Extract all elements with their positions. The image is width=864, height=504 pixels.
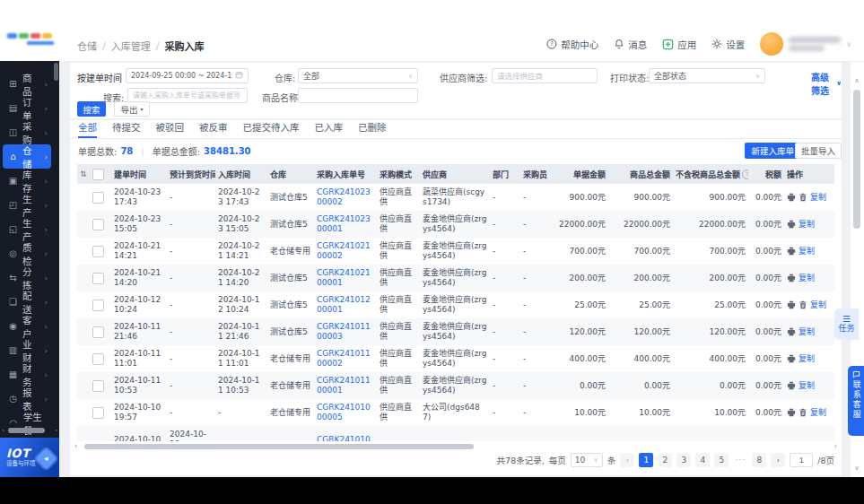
apps-button[interactable]: 应用 [662, 38, 696, 51]
column-settings-icon[interactable]: ⇅ [77, 164, 90, 184]
user-account-button[interactable]: ∨ [760, 32, 851, 56]
task-widget[interactable]: ☰ 任务 [834, 308, 859, 340]
page-button-8[interactable]: 8 [752, 453, 766, 467]
copy-link[interactable]: 复制 [799, 381, 815, 391]
time-type-select[interactable]: 按建单时间 ∨ [77, 71, 133, 84]
row-checkbox[interactable] [92, 407, 104, 419]
sidebar-item-10[interactable]: ◉客户› [3, 314, 51, 338]
copy-link[interactable]: 复制 [810, 300, 826, 310]
printer-icon[interactable] [787, 274, 796, 282]
print-status-select[interactable]: 全部状态 ∨ [649, 68, 765, 83]
row-checkbox[interactable] [92, 380, 104, 392]
page-button-1[interactable]: 1 [639, 453, 653, 467]
sidebar-item-4[interactable]: ▣库存› [3, 169, 51, 193]
page-button-3[interactable]: 3 [676, 453, 691, 467]
page-button-4[interactable]: 4 [695, 453, 710, 467]
scroll-left-icon[interactable]: ‹ [2, 427, 4, 434]
copy-link[interactable]: 复制 [799, 220, 815, 230]
row-checkbox[interactable] [92, 273, 104, 284]
sidebar-item-7[interactable]: ◎质检› [3, 241, 51, 265]
copy-link[interactable]: 复制 [799, 274, 815, 283]
delete-icon[interactable] [799, 300, 807, 309]
printer-icon[interactable] [787, 300, 796, 309]
page-jump-input[interactable] [790, 453, 813, 467]
copy-link[interactable]: 复制 [799, 354, 815, 364]
sidebar-item-11[interactable]: ▥业财› [3, 338, 51, 362]
copy-link[interactable]: 复制 [799, 247, 815, 256]
printer-icon[interactable] [787, 327, 796, 336]
delete-icon[interactable] [799, 193, 807, 202]
tab-3[interactable]: 被反审 [199, 121, 228, 138]
order-no-link[interactable]: CGRK24102300001 [317, 214, 371, 233]
row-checkbox[interactable] [92, 246, 104, 257]
vscroll-thumb[interactable] [853, 90, 860, 229]
export-button[interactable]: 导出 ▾ [114, 101, 150, 117]
order-no-link[interactable]: CGRK24101000005 [317, 403, 371, 421]
row-checkbox[interactable] [92, 219, 104, 230]
row-checkbox[interactable] [92, 300, 104, 311]
tab-6[interactable]: 已删除 [358, 121, 387, 138]
help-tooltip-icon[interactable]: ? [742, 169, 748, 179]
order-no-link[interactable]: CGRK24102300002 [317, 187, 371, 206]
advanced-filter-link[interactable]: 高级筛选 ∨ [811, 70, 842, 97]
hscroll-thumb[interactable] [84, 444, 474, 449]
sidebar-item-12[interactable]: ▦财务› [3, 362, 51, 387]
order-no-link[interactable]: CGRK24101100001 [317, 376, 371, 395]
tab-1[interactable]: 待提交 [112, 121, 141, 138]
delete-icon[interactable] [799, 408, 807, 417]
settings-button[interactable]: 设置 [711, 38, 745, 51]
copy-link[interactable]: 复制 [799, 327, 815, 337]
printer-icon[interactable] [787, 408, 796, 417]
warehouse-select[interactable]: 全部 ∨ [298, 68, 418, 83]
order-no-link[interactable]: CGRK241010 [317, 435, 371, 442]
printer-icon[interactable] [787, 220, 796, 229]
scroll-left-icon[interactable]: ‹ [74, 442, 77, 450]
sidebar-item-6[interactable]: ◱生产› [3, 217, 51, 241]
sidebar-item-0[interactable]: ⊞商品› [3, 72, 51, 96]
order-no-link[interactable]: CGRK24101100003 [317, 322, 371, 341]
scroll-right-icon[interactable]: › [834, 442, 837, 450]
sidebar-scrollbar-thumb[interactable] [54, 63, 58, 81]
sidebar-horizontal-scrollbar[interactable]: ‹ › [2, 427, 57, 434]
row-checkbox[interactable] [92, 326, 104, 338]
table-horizontal-scrollbar[interactable]: ‹ › [78, 444, 833, 450]
new-inbound-button[interactable]: 新建入库单 [745, 143, 800, 159]
sidebar-item-1[interactable]: ▤订单› [3, 96, 51, 120]
order-no-link[interactable]: CGRK24101100002 [317, 349, 371, 368]
tab-2[interactable]: 被驳回 [156, 121, 185, 138]
batch-import-button[interactable]: 批量导入 [795, 143, 842, 159]
order-no-link[interactable]: CGRK24102100001 [317, 268, 371, 287]
printer-icon[interactable] [787, 354, 796, 363]
sidebar-item-2[interactable]: ◫采购› [3, 120, 51, 144]
help-center-button[interactable]: ? 帮助中心 [546, 38, 598, 51]
page-button-2[interactable]: 2 [658, 453, 672, 467]
prev-page-button[interactable]: ‹ [620, 453, 634, 467]
search-button[interactable]: 搜索 [77, 101, 106, 117]
sidebar-item-3[interactable]: ⌂仓储› [3, 144, 51, 169]
copy-link[interactable]: 复制 [810, 408, 826, 418]
supplier-select-input[interactable] [492, 68, 598, 83]
tab-0[interactable]: 全部 [78, 121, 97, 138]
scroll-right-icon[interactable]: › [55, 427, 57, 434]
printer-icon[interactable] [787, 381, 796, 390]
product-name-input[interactable] [298, 88, 418, 103]
printer-icon[interactable] [787, 247, 796, 256]
customer-service-widget[interactable]: 联系客服 [848, 366, 864, 436]
date-range-input[interactable]: 2024-09-25 00:00 ~ 2024-10-24 24:00 [126, 68, 249, 83]
scroll-down-icon[interactable]: ∨ [851, 465, 863, 472]
sidebar-item-8[interactable]: ⇆分拣› [3, 265, 51, 290]
message-button[interactable]: 消息 [614, 38, 647, 51]
next-page-button[interactable]: › [771, 453, 785, 467]
printer-icon[interactable] [787, 193, 796, 202]
breadcrumb-inbound-mgmt[interactable]: 入库管理 [111, 39, 151, 53]
sidebar-item-13[interactable]: ◷报表› [3, 387, 51, 411]
row-checkbox[interactable] [92, 353, 104, 365]
order-no-link[interactable]: CGRK24101200001 [317, 295, 371, 314]
tab-4[interactable]: 已提交待入库 [243, 121, 300, 138]
avatar[interactable] [760, 32, 783, 56]
page-size-select[interactable]: 10 ∨ [571, 453, 603, 467]
sidebar-item-5[interactable]: ◰生产› [3, 193, 51, 217]
select-all-checkbox[interactable] [92, 169, 104, 180]
row-checkbox[interactable] [92, 192, 104, 204]
tab-5[interactable]: 已入库 [315, 121, 344, 138]
